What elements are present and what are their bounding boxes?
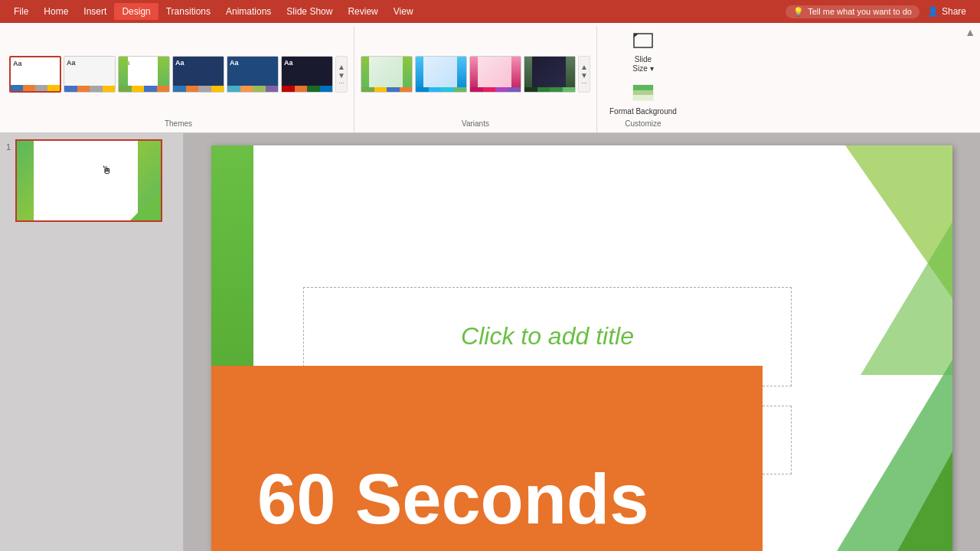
share-button[interactable]: 👤 Share — [920, 4, 974, 19]
slide-title-text: Click to add title — [461, 322, 634, 350]
themes-section: Aa Aa Aa — [3, 26, 354, 132]
person-icon: 👤 — [927, 6, 939, 17]
variants-section: ▲ ▼ ⋯ Variants — [354, 26, 597, 132]
menu-insert[interactable]: Insert — [76, 3, 114, 20]
menu-animations[interactable]: Animations — [218, 3, 279, 20]
slide-thumbnail-1[interactable]: 🖱 — [15, 139, 162, 222]
search-text: Tell me what you want to do — [808, 7, 912, 16]
format-background-button[interactable]: Format Background — [603, 81, 683, 119]
slide-thumbnail-wrapper: 1 🖱 — [6, 139, 177, 222]
slide-thumb-triangle — [130, 190, 161, 220]
variants-label: Variants — [462, 119, 489, 129]
theme-ion-boardroom[interactable]: Aa — [281, 56, 333, 93]
theme-office[interactable]: Aa — [64, 56, 116, 93]
search-box[interactable]: 💡 Tell me what you want to do — [786, 5, 920, 18]
menu-view[interactable]: View — [386, 3, 421, 20]
themes-label: Themes — [165, 119, 192, 129]
svg-rect-5 — [633, 95, 653, 100]
format-background-label: Format Background — [609, 107, 677, 116]
menu-home[interactable]: Home — [36, 3, 76, 20]
canvas-right-decoration — [799, 145, 952, 552]
customize-label: Customize — [625, 119, 661, 129]
variant-2[interactable] — [415, 56, 467, 93]
menu-transitions[interactable]: Transitions — [158, 3, 218, 20]
menu-review[interactable]: Review — [340, 3, 385, 20]
menu-slideshow[interactable]: Slide Show — [279, 3, 340, 20]
themes-content: Aa Aa Aa — [9, 29, 348, 119]
menu-file[interactable]: File — [6, 3, 36, 20]
theme-ion[interactable]: Aa — [227, 56, 279, 93]
ribbon-collapse-button[interactable]: ▲ — [965, 26, 975, 38]
ribbon: Aa Aa Aa — [0, 23, 980, 133]
variants-scroll[interactable]: ▲ ▼ ⋯ — [578, 56, 590, 93]
variant-3[interactable] — [469, 56, 521, 93]
slide-panel: 1 🖱 — [0, 133, 184, 551]
theme-integral[interactable]: Aa — [172, 56, 224, 93]
app-body: 1 🖱 — [0, 133, 980, 551]
format-background-icon — [632, 84, 654, 106]
menu-design[interactable]: Design — [114, 3, 158, 20]
customize-content: SlideSize ▾ Format Background — [603, 29, 683, 119]
main-area: Click to add title subtitle 60 Seconds — [184, 133, 980, 551]
theme-default[interactable]: Aa — [9, 56, 61, 93]
svg-marker-1 — [634, 34, 639, 37]
variants-content: ▲ ▼ ⋯ — [361, 29, 590, 119]
slide-canvas[interactable]: Click to add title subtitle 60 Seconds — [211, 145, 952, 552]
overlay-countdown-text: 60 Seconds — [257, 459, 648, 540]
svg-rect-3 — [633, 85, 653, 90]
theme-facet[interactable]: Aa — [118, 56, 170, 93]
variant-4[interactable] — [524, 56, 576, 93]
slide-size-label: SlideSize ▾ — [632, 55, 653, 73]
menu-bar: File Home Insert Design Transitions Anim… — [0, 0, 980, 23]
slide-number: 1 — [6, 142, 11, 152]
slide-size-icon — [632, 32, 654, 54]
svg-marker-7 — [861, 222, 952, 375]
themes-scroll[interactable]: ▲ ▼ ⋯ — [335, 56, 348, 93]
variant-1[interactable] — [361, 56, 413, 93]
svg-rect-4 — [633, 90, 653, 95]
slide-size-button[interactable]: SlideSize ▾ — [620, 29, 666, 77]
slide-thumb-left-deco — [17, 141, 34, 220]
svg-rect-0 — [634, 34, 652, 47]
customize-section: SlideSize ▾ Format Background Customize — [597, 26, 689, 132]
search-icon: 💡 — [793, 7, 804, 17]
